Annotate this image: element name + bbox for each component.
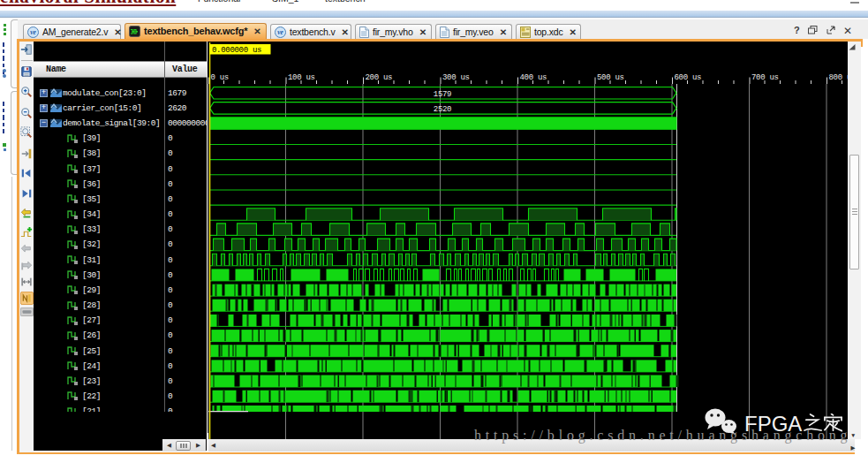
svg-text:1579: 1579 (434, 90, 451, 99)
svg-text:ve: ve (30, 28, 36, 36)
svg-text:ve: ve (277, 28, 283, 36)
svg-text:2520: 2520 (434, 105, 451, 114)
svg-text:0 us: 0 us (211, 73, 229, 82)
svg-text:0.000000 us: 0.000000 us (212, 46, 261, 55)
